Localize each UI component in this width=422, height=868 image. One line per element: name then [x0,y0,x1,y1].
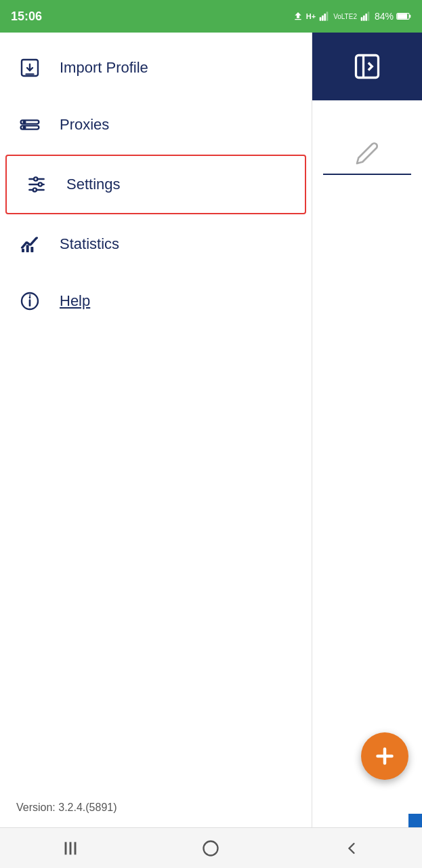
right-panel [312,33,422,827]
svg-rect-5 [363,16,365,21]
nav-bar-recent-apps[interactable] [50,835,91,862]
nav-bar-home[interactable] [190,835,231,862]
battery-percentage: 84% [375,11,394,22]
svg-rect-1 [322,16,324,21]
sidebar: Import Profile Proxies [0,33,312,827]
svg-rect-10 [409,15,410,18]
battery-icon [396,11,411,22]
svg-point-16 [24,121,26,123]
svg-rect-2 [324,14,326,21]
nav-item-statistics[interactable]: Statistics [0,216,312,273]
edit-pencil-icon[interactable] [355,141,379,165]
svg-point-17 [24,127,26,129]
svg-rect-6 [365,14,367,21]
plus-icon [373,744,397,768]
nav-item-settings[interactable]: Settings [5,155,306,214]
statistics-label: Statistics [60,235,119,253]
bottom-nav-bar [0,827,422,868]
svg-rect-4 [361,17,363,20]
signal-bars-icon [318,11,331,22]
settings-icon [23,171,50,198]
settings-label: Settings [66,176,121,193]
status-icons: H+ VoLTE2 84% [293,11,411,22]
panel-header-icon [352,52,382,81]
nav-item-proxies[interactable]: Proxies [0,96,312,153]
svg-rect-35 [356,56,379,78]
svg-rect-3 [326,12,329,20]
svg-rect-7 [368,12,370,20]
nav-bar-back[interactable] [331,835,372,862]
svg-rect-28 [26,245,29,252]
status-time: 15:06 [11,9,42,24]
nav-item-import-profile[interactable]: Import Profile [0,39,312,96]
svg-point-42 [204,841,218,855]
recent-apps-icon [61,839,80,858]
help-label: Help [60,292,90,310]
svg-rect-29 [30,247,33,252]
svg-rect-0 [320,17,322,20]
svg-point-34 [29,297,30,298]
fab-add-button[interactable] [361,732,408,780]
signal-bars2-icon [360,11,372,22]
help-icon: i [16,288,43,315]
right-panel-header [312,33,422,100]
proxies-icon [16,111,43,138]
import-profile-label: Import Profile [60,59,148,77]
status-bar: 15:06 H+ VoLTE2 84% [0,0,422,33]
home-circle-icon [201,839,220,858]
back-arrow-icon [342,839,361,858]
upload-icon [293,11,303,22]
signal-h-plus: H+ [306,12,316,20]
svg-rect-9 [397,14,407,18]
version-footer: Version: 3.2.4.(5891) [0,788,312,827]
statistics-icon [16,231,43,258]
small-blue-badge [408,814,422,827]
nav-item-help[interactable]: i Help [0,273,312,330]
import-profile-icon [16,54,43,81]
svg-rect-27 [22,249,24,252]
panel-divider [323,174,411,175]
lte2-label: VoLTE2 [333,13,357,20]
edit-icon-area[interactable] [355,141,379,165]
proxies-label: Proxies [60,116,109,134]
main-layout: Import Profile Proxies [0,33,422,827]
version-text: Version: 3.2.4.(5891) [16,802,117,813]
